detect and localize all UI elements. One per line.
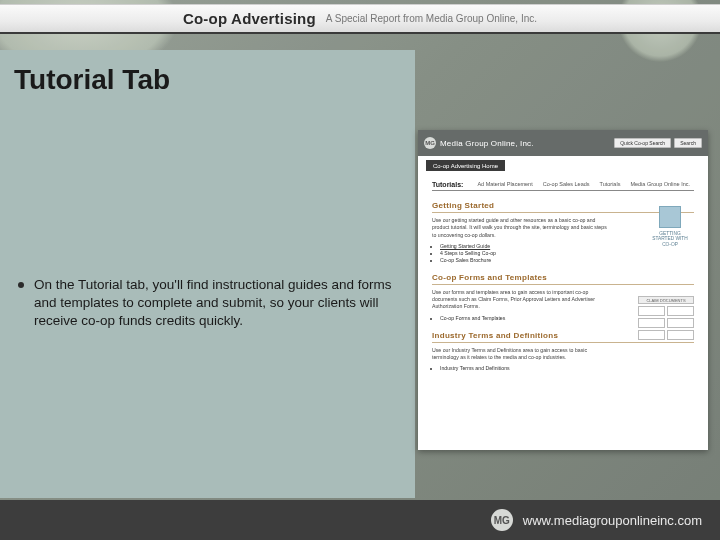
page-title: Tutorial Tab (14, 64, 170, 96)
ss-search-button[interactable]: Search (674, 138, 702, 148)
ss-brand: MG Media Group Online, Inc. (424, 137, 534, 149)
ss-grid-cell (667, 306, 694, 316)
header-title: Co-op Advertising (183, 10, 316, 27)
bullet-item: On the Tutorial tab, you'll find instruc… (18, 276, 398, 331)
footer-url: www.mediagrouponlineinc.com (523, 513, 702, 528)
ss-section-body: Use our forms and templates area to gain… (432, 289, 607, 311)
bullet-icon (18, 282, 24, 288)
ss-tab[interactable]: Tutorials (600, 181, 621, 188)
ss-search-group: Quick Co-op Search Search (614, 138, 702, 148)
ss-section-title: Co-op Forms and Templates (432, 273, 694, 285)
ss-list-item[interactable]: Industry Terms and Definitions (440, 365, 694, 371)
ss-tab[interactable]: Ad Material Placement (477, 181, 532, 188)
footer-logo-icon: MG (491, 509, 513, 531)
ss-brand-text: Media Group Online, Inc. (440, 139, 534, 148)
ss-tab[interactable]: Co-op Sales Leads (543, 181, 590, 188)
ss-tabs-lead: Tutorials: (432, 181, 463, 188)
ss-grid-header: CLAIM DOCUMENTS (638, 296, 694, 304)
header-bar: Co-op Advertising A Special Report from … (0, 4, 720, 34)
ss-grid-cell (638, 318, 665, 328)
footer-bar: MG www.mediagrouponlineinc.com (0, 500, 720, 540)
ss-grid-cell (667, 330, 694, 340)
ss-grid-cell (638, 330, 665, 340)
ss-search-label: Quick Co-op Search (614, 138, 671, 148)
ss-body: Tutorials: Ad Material Placement Co-op S… (418, 171, 708, 380)
ss-grid-cell (667, 318, 694, 328)
ss-tab-row: Tutorials: Ad Material Placement Co-op S… (432, 175, 694, 191)
ss-side-graphic: GETTING STARTED WITH CO-OP (648, 206, 692, 247)
ss-section-body: Use our Industry Terms and Definitions a… (432, 347, 607, 362)
ss-list-item: Co-op Sales Brochure (440, 257, 694, 263)
ss-logo-icon: MG (424, 137, 436, 149)
ss-grid-cell (638, 306, 665, 316)
ss-section-list: Industry Terms and Definitions (440, 365, 694, 371)
cube-icon (659, 206, 681, 228)
left-panel: Tutorial Tab On the Tutorial tab, you'll… (0, 50, 415, 498)
ss-topbar: MG Media Group Online, Inc. Quick Co-op … (418, 130, 708, 156)
ss-list-item: 4 Steps to Selling Co-op (440, 250, 694, 256)
ss-breadcrumb[interactable]: Co-op Advertising Home (426, 160, 505, 171)
header-subtitle: A Special Report from Media Group Online… (326, 13, 537, 24)
ss-tab[interactable]: Media Group Online Inc. (630, 181, 690, 188)
embedded-screenshot: MG Media Group Online, Inc. Quick Co-op … (418, 130, 708, 450)
ss-section-body: Use our getting started guide and other … (432, 217, 607, 239)
bullet-text: On the Tutorial tab, you'll find instruc… (34, 276, 398, 331)
ss-side-caption: GETTING STARTED WITH CO-OP (648, 231, 692, 247)
ss-forms-grid: CLAIM DOCUMENTS (638, 296, 694, 340)
